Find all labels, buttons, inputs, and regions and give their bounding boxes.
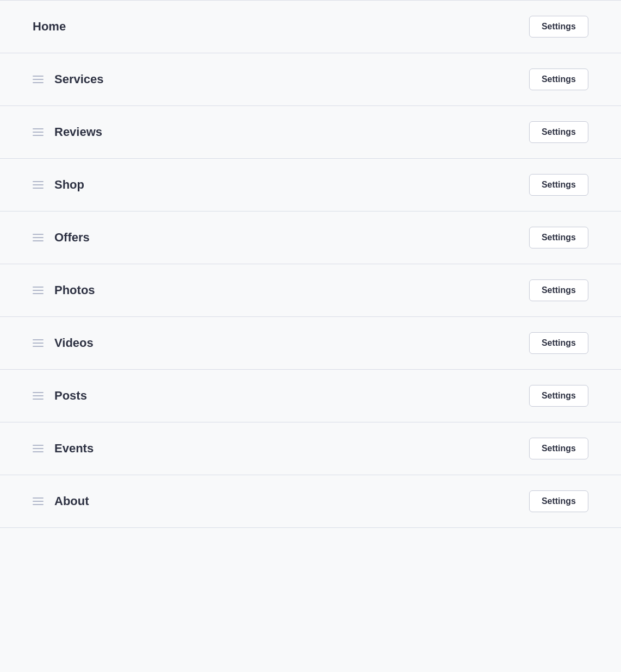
- drag-line: [33, 287, 44, 288]
- drag-line: [33, 76, 44, 77]
- settings-button-videos[interactable]: Settings: [529, 332, 588, 354]
- nav-item-left-reviews: Reviews: [33, 125, 102, 139]
- drag-line: [33, 395, 44, 396]
- drag-line: [33, 392, 44, 393]
- drag-icon-photos[interactable]: [33, 287, 44, 294]
- nav-item-left-videos: Videos: [33, 336, 94, 350]
- drag-line: [33, 346, 44, 347]
- drag-line: [33, 237, 44, 238]
- nav-item-reviews: Reviews Settings: [0, 106, 621, 159]
- nav-item-about: About Settings: [0, 475, 621, 528]
- nav-item-home: Home Settings: [0, 1, 621, 53]
- drag-line: [33, 290, 44, 291]
- nav-item-left-shop: Shop: [33, 178, 84, 192]
- drag-line: [33, 451, 44, 452]
- drag-line: [33, 188, 44, 189]
- nav-label-videos: Videos: [54, 336, 94, 350]
- nav-label-shop: Shop: [54, 178, 84, 192]
- nav-item-posts: Posts Settings: [0, 370, 621, 422]
- drag-icon-reviews[interactable]: [33, 128, 44, 136]
- drag-line: [33, 504, 44, 505]
- nav-item-left-home: Home: [33, 20, 66, 34]
- settings-button-photos[interactable]: Settings: [529, 279, 588, 301]
- drag-line: [33, 339, 44, 340]
- drag-line: [33, 184, 44, 185]
- nav-item-photos: Photos Settings: [0, 264, 621, 317]
- drag-icon-about[interactable]: [33, 497, 44, 505]
- drag-line: [33, 501, 44, 502]
- nav-label-about: About: [54, 494, 89, 508]
- drag-line: [33, 399, 44, 400]
- nav-label-posts: Posts: [54, 389, 87, 403]
- drag-line: [33, 132, 44, 133]
- nav-item-events: Events Settings: [0, 422, 621, 475]
- nav-label-reviews: Reviews: [54, 125, 102, 139]
- drag-line: [33, 128, 44, 129]
- settings-button-home[interactable]: Settings: [529, 16, 588, 38]
- settings-button-posts[interactable]: Settings: [529, 385, 588, 407]
- settings-button-reviews[interactable]: Settings: [529, 121, 588, 143]
- settings-button-services[interactable]: Settings: [529, 69, 588, 90]
- nav-label-photos: Photos: [54, 283, 95, 297]
- nav-item-shop: Shop Settings: [0, 159, 621, 211]
- drag-line: [33, 448, 44, 449]
- drag-line: [33, 181, 44, 182]
- nav-item-services: Services Settings: [0, 53, 621, 106]
- drag-icon-offers[interactable]: [33, 234, 44, 241]
- nav-items-list: Home Settings Services Settings Reviews …: [0, 0, 621, 528]
- drag-line: [33, 234, 44, 235]
- settings-button-about[interactable]: Settings: [529, 490, 588, 512]
- nav-label-services: Services: [54, 72, 104, 86]
- drag-line: [33, 135, 44, 136]
- nav-label-home: Home: [33, 20, 66, 34]
- settings-button-offers[interactable]: Settings: [529, 227, 588, 248]
- drag-icon-services[interactable]: [33, 76, 44, 83]
- nav-item-left-photos: Photos: [33, 283, 95, 297]
- nav-label-events: Events: [54, 441, 94, 456]
- nav-label-offers: Offers: [54, 231, 90, 245]
- drag-line: [33, 79, 44, 80]
- drag-line: [33, 293, 44, 294]
- drag-line: [33, 82, 44, 83]
- drag-line: [33, 240, 44, 241]
- nav-item-offers: Offers Settings: [0, 211, 621, 264]
- drag-icon-shop[interactable]: [33, 181, 44, 189]
- drag-line: [33, 445, 44, 446]
- nav-item-left-offers: Offers: [33, 231, 90, 245]
- drag-icon-events[interactable]: [33, 445, 44, 452]
- nav-item-left-about: About: [33, 494, 89, 508]
- nav-item-left-services: Services: [33, 72, 104, 86]
- drag-line: [33, 343, 44, 344]
- nav-item-left-posts: Posts: [33, 389, 87, 403]
- settings-button-shop[interactable]: Settings: [529, 174, 588, 196]
- drag-icon-posts[interactable]: [33, 392, 44, 400]
- drag-line: [33, 497, 44, 499]
- nav-item-left-events: Events: [33, 441, 94, 456]
- nav-item-videos: Videos Settings: [0, 317, 621, 370]
- settings-button-events[interactable]: Settings: [529, 438, 588, 459]
- drag-icon-videos[interactable]: [33, 339, 44, 347]
